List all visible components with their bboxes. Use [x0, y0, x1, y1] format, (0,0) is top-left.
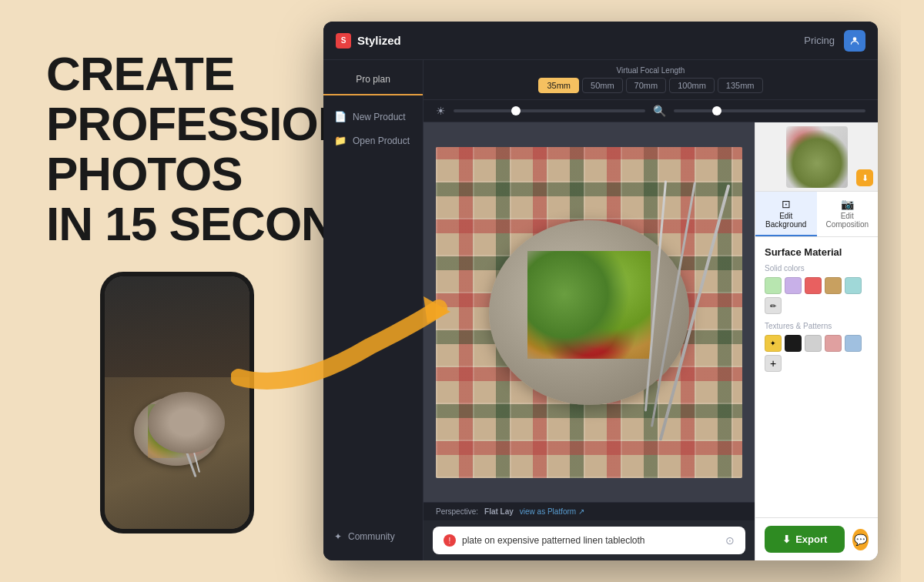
color-swatch-tan[interactable]	[825, 277, 842, 294]
food-bg	[436, 147, 742, 478]
prompt-settings-icon[interactable]: ⊙	[725, 534, 735, 547]
perspective-value: Flat Lay	[484, 507, 514, 516]
texture-swatch-blue[interactable]	[845, 335, 862, 352]
phone-photo	[105, 276, 249, 529]
sidebar-item-open-product[interactable]: 📁 Open Product	[323, 129, 423, 152]
tab-edit-composition[interactable]: 📷 Edit Composition	[817, 192, 879, 236]
section-title: Surface Material	[765, 246, 869, 258]
focal-btn-70mm[interactable]: 70mm	[626, 78, 667, 93]
sidebar-item-new-product[interactable]: 📄 New Product	[323, 105, 423, 129]
sidebar-item-community[interactable]: ✦ Community	[334, 531, 412, 542]
left-section: CREATE PROFESSIONAL PHOTOS IN 15 SECONDS	[46, 48, 308, 534]
app-body: Pro plan 📄 New Product 📁 Open Product ✦ …	[323, 60, 878, 560]
community-icon: ✦	[334, 531, 342, 542]
export-button[interactable]: ⬇ Export	[765, 526, 845, 553]
open-product-icon: 📁	[334, 135, 346, 146]
zoom-slider[interactable]	[674, 109, 865, 112]
panel-content: Surface Material Solid colors ✏ Textures	[755, 237, 878, 517]
slider-bar: ☀ 🔍	[424, 100, 878, 122]
tab-edit-background-label: Edit Background	[765, 212, 806, 229]
food-image	[436, 147, 742, 478]
textures-label: Textures & Patterns	[765, 322, 869, 330]
sidebar-bottom: ✦ Community	[323, 522, 423, 551]
view-platform-link[interactable]: view as Platform ↗	[520, 507, 584, 516]
app-topbar: S Stylized Pricing	[323, 22, 878, 60]
color-swatches: ✏	[765, 277, 869, 314]
thumbnail-area: ⬇	[755, 122, 878, 192]
color-swatch-green[interactable]	[765, 277, 782, 294]
chat-bubble-icon[interactable]: 💬	[852, 529, 869, 550]
prompt-bar: ! plate on expensive patterned linen tab…	[433, 527, 745, 554]
vegetables	[527, 251, 651, 359]
color-swatch-edit[interactable]: ✏	[765, 297, 782, 314]
focal-btn-35mm[interactable]: 35mm	[538, 78, 579, 93]
focal-bar: Virtual Focal Length 35mm 50mm 70mm 100m…	[424, 60, 878, 100]
brightness-slider[interactable]	[454, 109, 645, 112]
panel-tabs: ⊡ Edit Background 📷 Edit Composition	[755, 192, 878, 237]
export-area: ⬇ Export 💬	[755, 517, 878, 560]
brightness-icon: ☀	[436, 105, 446, 117]
app-logo: S Stylized	[336, 33, 401, 48]
focal-buttons: 35mm 50mm 70mm 100mm 135mm	[538, 78, 762, 93]
texture-swatch-black[interactable]	[785, 335, 802, 352]
user-avatar[interactable]	[844, 30, 865, 52]
prompt-text[interactable]: plate on expensive patterned linen table…	[462, 535, 719, 546]
edit-bg-icon: ⊡	[758, 198, 814, 210]
export-icon: ⬇	[782, 534, 791, 545]
svg-point-0	[853, 37, 857, 41]
focal-btn-100mm[interactable]: 100mm	[669, 78, 715, 93]
sidebar: Pro plan 📄 New Product 📁 Open Product ✦ …	[323, 60, 424, 560]
phone-screen	[105, 276, 249, 529]
perspective-label: Perspective:	[436, 507, 478, 516]
focal-btn-50mm[interactable]: 50mm	[582, 78, 623, 93]
app-window: S Stylized Pricing Pro plan 📄 New Produc…	[323, 22, 878, 560]
tab-edit-composition-label: Edit Composition	[825, 212, 869, 229]
main-content: Perspective: Flat Lay view as Platform ↗…	[424, 122, 755, 560]
logo-icon: S	[336, 33, 351, 48]
canvas-area[interactable]	[424, 122, 755, 502]
color-swatch-teal[interactable]	[845, 277, 862, 294]
pricing-link[interactable]: Pricing	[804, 35, 835, 46]
new-product-icon: 📄	[334, 111, 346, 122]
edit-comp-icon: 📷	[820, 198, 875, 210]
thumbnail-image	[786, 126, 848, 188]
texture-swatch-add[interactable]: +	[765, 355, 782, 372]
texture-swatches: ✦ +	[765, 335, 869, 372]
app-name: Stylized	[357, 34, 401, 47]
sidebar-item-community-label: Community	[348, 531, 395, 542]
texture-swatch-sparkle: ✦	[765, 335, 782, 352]
color-swatch-red[interactable]	[805, 277, 822, 294]
tab-edit-background[interactable]: ⊡ Edit Background	[755, 192, 817, 236]
thumbnail-download-icon[interactable]: ⬇	[856, 169, 873, 186]
phone-mockup	[100, 272, 254, 534]
export-label: Export	[795, 534, 827, 545]
texture-swatch-pink[interactable]	[825, 335, 842, 352]
zoom-icon: 🔍	[653, 105, 666, 117]
canvas-bottom: Perspective: Flat Lay view as Platform ↗	[424, 502, 755, 520]
color-swatch-purple[interactable]	[785, 277, 802, 294]
plan-badge: Pro plan	[323, 69, 423, 95]
sidebar-item-new-product-label: New Product	[353, 112, 406, 122]
sidebar-item-open-product-label: Open Product	[353, 135, 410, 146]
solid-colors-label: Solid colors	[765, 264, 869, 273]
prompt-warning-icon: !	[444, 534, 456, 547]
focal-btn-135mm[interactable]: 135mm	[718, 78, 763, 93]
right-panel: ⬇ ⊡ Edit Background 📷 Edit Composition	[755, 122, 878, 560]
texture-swatch-light[interactable]	[805, 335, 822, 352]
focal-label: Virtual Focal Length	[617, 66, 685, 75]
